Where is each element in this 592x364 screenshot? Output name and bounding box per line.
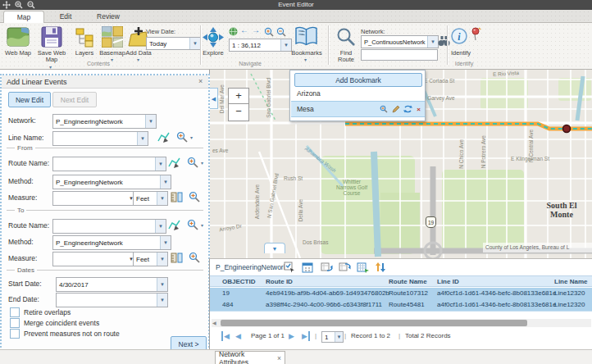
save-web-map-caret-icon[interactable]: ▾ — [49, 65, 52, 70]
next-page-icon[interactable]: ▶ — [289, 331, 294, 341]
column-header[interactable]: Route Name — [389, 276, 427, 288]
bookmark-item-arizona[interactable]: Arizona — [291, 87, 425, 100]
layers-icon[interactable] — [75, 28, 95, 48]
map-zoom-in-icon[interactable] — [264, 27, 274, 37]
start-date-caret-icon[interactable]: ▼ — [157, 278, 167, 291]
zoom-to-selection-icon[interactable] — [321, 262, 333, 273]
scrollbar-thumb[interactable] — [221, 320, 527, 326]
add-bookmark-button[interactable]: Add Bookmark — [294, 73, 422, 87]
scroll-left-arrow-icon[interactable]: ◀ — [212, 320, 216, 326]
column-header[interactable]: Line ID — [437, 276, 459, 288]
to-method-dropdown[interactable]: P_EngineeringNetwork ▼ — [52, 235, 171, 250]
panel-collapse-arrow-icon[interactable]: ◀ — [210, 88, 218, 109]
to-route-name-caret-icon[interactable]: ▼ — [155, 220, 166, 233]
line-name-caret-icon[interactable]: ▼ — [137, 132, 148, 145]
from-unit-dropdown[interactable]: Feet ▼ — [133, 191, 168, 206]
select-route-on-map-icon[interactable] — [168, 157, 180, 169]
web-map-icon[interactable] — [7, 26, 30, 48]
save-web-map-button[interactable]: Save Web Map — [34, 50, 69, 63]
date-filter-icon[interactable] — [302, 262, 313, 273]
refresh-table-icon[interactable] — [357, 262, 369, 273]
table-row[interactable]: 484 a398ff4c-2940-4c00-96b6-c6343f8f1711… — [210, 299, 592, 312]
bookmark-delete-icon[interactable]: × — [417, 106, 421, 113]
panel-close-icon[interactable]: × — [198, 77, 203, 85]
last-page-icon[interactable]: ▶ — [302, 331, 310, 341]
web-map-button[interactable]: Web Map — [0, 50, 36, 57]
bookmark-edit-icon[interactable] — [392, 105, 399, 113]
column-header[interactable]: Route ID — [266, 276, 293, 288]
column-header[interactable]: OBJECTID — [222, 276, 255, 288]
zoom-to-line-caret-icon[interactable]: ▾ — [190, 135, 193, 140]
start-date-dropdown[interactable]: 4/30/2017 ▼ — [56, 277, 168, 292]
table-row[interactable]: 19 4eb9419b-af9b-4d04-ab69-1d493476802b … — [210, 288, 592, 300]
new-edit-button[interactable]: New Edit — [8, 92, 51, 107]
to-measure-combo[interactable]: ▼ — [52, 252, 136, 266]
explore-button[interactable]: Explore — [199, 50, 227, 57]
to-method-caret-icon[interactable]: ▼ — [160, 236, 171, 249]
bottom-tab-close-icon[interactable]: × — [277, 354, 281, 362]
previous-extent-icon[interactable]: ← — [240, 25, 248, 34]
identify-icon[interactable]: i — [451, 28, 467, 44]
selection-options-icon[interactable] — [284, 262, 295, 273]
to-unit-caret-icon[interactable]: ▼ — [157, 253, 167, 266]
view-date-caret-icon[interactable]: ▼ — [189, 38, 200, 49]
network-caret-icon[interactable]: ▼ — [145, 115, 156, 128]
explore-icon[interactable] — [203, 27, 224, 48]
basemap-icon[interactable] — [102, 26, 123, 48]
to-measure-zoom-icon[interactable] — [189, 252, 200, 263]
to-unit-dropdown[interactable]: Feet ▼ — [133, 252, 168, 266]
bookmark-item-mesa[interactable]: Mesa × — [291, 101, 425, 117]
retire-overlaps-checkbox[interactable] — [10, 307, 20, 317]
to-measure-ruler-icon[interactable] — [171, 252, 183, 263]
map-zoom-out-icon[interactable] — [276, 27, 286, 37]
network-dropdown[interactable]: P_EngineeringNetwork ▼ — [52, 114, 157, 129]
from-measure-zoom-icon[interactable] — [189, 191, 200, 202]
layers-button[interactable]: Layers — [69, 50, 100, 57]
page-number-caret-icon[interactable]: ▼ — [335, 332, 343, 342]
table-collapse-arrow-icon[interactable]: ▼ — [264, 243, 285, 253]
add-data-caret-icon[interactable]: ▾ — [137, 57, 139, 62]
pushpin-icon[interactable] — [470, 27, 481, 41]
from-route-name-caret-icon[interactable]: ▼ — [155, 157, 166, 171]
column-header[interactable]: Line Name — [554, 276, 587, 288]
bookmark-zoom-icon[interactable] — [380, 105, 388, 113]
from-method-dropdown[interactable]: P_EngineeringNetwork ▼ — [52, 175, 171, 189]
page-number-dropdown[interactable]: 1 ▼ — [321, 331, 344, 343]
find-route-network-dropdown[interactable]: P_ContinuousNetwork ▼ — [361, 35, 439, 48]
sort-icon[interactable] — [375, 262, 386, 273]
tab-network-attributes[interactable]: Network Attributes × — [215, 351, 285, 364]
from-unit-caret-icon[interactable]: ▼ — [157, 192, 167, 205]
find-route-button[interactable]: Find Route — [331, 50, 361, 63]
pan-to-selection-icon[interactable] — [339, 262, 351, 273]
globe-icon[interactable] — [229, 27, 238, 36]
horizontal-scrollbar[interactable]: ◀ — [212, 319, 591, 327]
zoom-to-route-caret-icon[interactable]: ▾ — [201, 223, 203, 228]
find-route-icon[interactable] — [336, 27, 356, 47]
map-scale-dropdown[interactable]: 1 : 36,112 ▼ — [229, 39, 292, 52]
add-data-button[interactable]: Add Data — [123, 50, 154, 57]
find-route-network-caret-icon[interactable]: ▼ — [427, 36, 438, 48]
bookmarks-icon[interactable] — [295, 26, 317, 47]
end-date-caret-icon[interactable]: ▼ — [157, 293, 167, 307]
map-scale-caret-icon[interactable]: ▼ — [280, 39, 291, 51]
zoom-to-route-icon[interactable] — [187, 219, 198, 230]
select-line-on-map-icon[interactable] — [157, 131, 170, 143]
merge-coincident-checkbox[interactable] — [10, 318, 20, 328]
next-extent-icon[interactable]: → — [252, 25, 260, 34]
to-route-name-dropdown[interactable]: ▼ — [52, 219, 166, 234]
view-date-dropdown[interactable]: Today ▼ — [146, 37, 201, 50]
next-edit-button[interactable]: Next Edit — [52, 92, 97, 107]
previous-page-icon[interactable]: ◀ — [235, 331, 241, 341]
from-method-caret-icon[interactable]: ▼ — [160, 175, 171, 189]
save-web-map-icon[interactable] — [41, 26, 62, 48]
zoom-to-line-icon[interactable] — [176, 131, 188, 143]
tab-review[interactable]: Review — [89, 11, 128, 23]
zoom-to-route-caret-icon[interactable]: ▾ — [201, 161, 203, 166]
find-route-input[interactable] — [361, 49, 438, 61]
from-route-name-dropdown[interactable]: ▼ — [52, 157, 166, 171]
identify-button[interactable]: Identify — [446, 50, 476, 57]
map-zoom-out-button[interactable]: − — [228, 103, 249, 121]
bookmarks-caret-icon[interactable]: ▾ — [304, 57, 307, 62]
select-route-on-map-icon[interactable] — [168, 219, 180, 231]
zoom-to-route-icon[interactable] — [187, 157, 198, 168]
